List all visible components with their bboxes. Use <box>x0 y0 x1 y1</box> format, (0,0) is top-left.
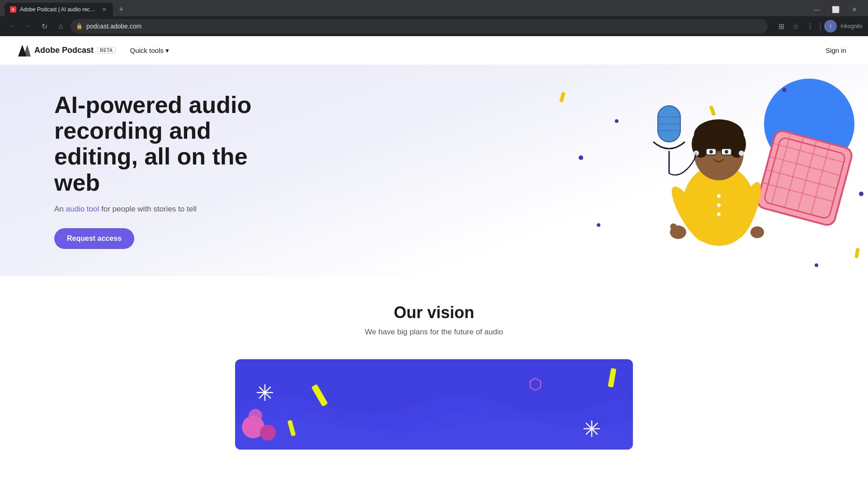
highlight-text: audio tool <box>66 205 99 213</box>
svg-point-29 <box>717 203 721 207</box>
bookmark-button[interactable]: ☆ <box>789 20 802 33</box>
svg-point-15 <box>728 131 746 158</box>
dot-2 <box>597 223 600 227</box>
pink-diamond-decoration <box>755 128 854 228</box>
svg-point-12 <box>694 126 744 180</box>
confetti-yellow-3 <box>854 248 860 258</box>
url-text: podcast.adobe.com <box>86 23 762 30</box>
vision-banner-wrapper: ✳ ✳ ⬡ <box>0 346 868 450</box>
tab-title: Adobe Podcast | AI audio recor... <box>20 6 97 13</box>
svg-line-8 <box>798 141 816 211</box>
svg-point-19 <box>725 150 728 154</box>
svg-point-28 <box>717 194 721 198</box>
chevron-down-icon: ▾ <box>165 47 169 55</box>
hero-section: AI-powered audio recording and editing, … <box>0 65 868 276</box>
vision-banner: ✳ ✳ ⬡ <box>235 359 633 450</box>
forward-button[interactable]: → <box>22 20 34 33</box>
window-controls: — ⬜ ✕ <box>807 3 863 16</box>
address-bar-row: ← → ↻ ⌂ 🔒 podcast.adobe.com ⊞ ☆ ⋮ I Inko… <box>0 16 868 36</box>
svg-point-30 <box>717 212 721 216</box>
svg-point-23 <box>666 182 713 246</box>
profile-button[interactable]: I <box>824 20 837 33</box>
dot-4 <box>815 263 818 267</box>
microphone-illustration <box>642 101 696 183</box>
browser-chrome: A Adobe Podcast | AI audio recor... ✕ + … <box>0 0 868 36</box>
site-logo: Adobe Podcast BETA <box>34 46 116 55</box>
svg-rect-11 <box>712 160 726 178</box>
svg-point-27 <box>750 226 764 238</box>
svg-line-7 <box>785 137 803 207</box>
minimize-button[interactable]: — <box>807 3 826 16</box>
active-tab[interactable]: A Adobe Podcast | AI audio recor... ✕ <box>5 3 113 16</box>
vision-title: Our vision <box>18 303 850 322</box>
pink-circle-2 <box>260 425 276 441</box>
hexagon-icon: ⬡ <box>528 375 542 393</box>
new-tab-button[interactable]: + <box>115 3 127 16</box>
person-illustration <box>651 70 787 259</box>
svg-point-24 <box>670 225 686 239</box>
svg-point-21 <box>693 150 699 156</box>
svg-rect-25 <box>670 222 680 236</box>
svg-point-14 <box>692 131 710 158</box>
site-header: Adobe Podcast BETA Quick tools ▾ Sign in <box>0 36 868 65</box>
address-bar[interactable]: 🔒 podcast.adobe.com <box>71 19 768 33</box>
hero-subtitle: An audio tool for people with stories to… <box>54 205 253 214</box>
request-access-button[interactable]: Request access <box>54 228 134 249</box>
beta-badge: BETA <box>97 47 115 54</box>
svg-rect-31 <box>658 106 680 142</box>
svg-point-26 <box>731 179 766 240</box>
confetti-yellow-1 <box>559 92 565 102</box>
svg-line-6 <box>772 134 790 204</box>
quick-tools-button[interactable]: Quick tools ▾ <box>127 45 173 56</box>
back-button[interactable]: ← <box>5 20 18 33</box>
hero-illustration <box>552 65 868 276</box>
svg-point-13 <box>694 119 744 151</box>
confetti-yellow-2 <box>709 105 716 116</box>
site-name: Adobe Podcast <box>34 46 94 55</box>
quick-tools-label: Quick tools <box>130 47 164 54</box>
home-button[interactable]: ⌂ <box>54 20 67 33</box>
vision-section: Our vision We have big plans for the fut… <box>0 276 868 346</box>
close-button[interactable]: ✕ <box>845 3 863 16</box>
svg-line-2 <box>774 144 844 162</box>
dot-6 <box>782 88 787 92</box>
banner-wave <box>235 359 633 450</box>
svg-rect-16 <box>706 149 716 155</box>
svg-point-22 <box>739 150 744 156</box>
svg-line-9 <box>811 145 830 215</box>
refresh-button[interactable]: ↻ <box>38 20 51 33</box>
sign-in-button[interactable]: Sign in <box>822 45 850 56</box>
svg-rect-17 <box>722 149 731 155</box>
star-icon-2: ✳ <box>582 418 601 441</box>
adobe-logo <box>18 44 31 57</box>
extensions-button[interactable]: ⊞ <box>775 20 788 33</box>
tab-close-button[interactable]: ✕ <box>100 6 108 13</box>
vision-subtitle: We have big plans for the future of audi… <box>18 328 850 337</box>
profile-label: Inkognito <box>840 23 863 29</box>
hero-title: AI-powered audio recording and editing, … <box>54 92 253 196</box>
tab-bar: A Adobe Podcast | AI audio recor... ✕ + … <box>0 0 868 16</box>
svg-line-5 <box>763 183 833 202</box>
svg-line-4 <box>767 170 837 188</box>
svg-point-10 <box>683 164 755 246</box>
svg-point-18 <box>709 150 713 154</box>
dot-3 <box>859 192 863 196</box>
star-icon-1: ✳ <box>255 382 274 404</box>
tab-favicon: A <box>10 6 16 13</box>
divider <box>820 22 821 31</box>
blue-circle-decoration <box>764 79 854 169</box>
sign-in-label: Sign in <box>826 47 846 54</box>
hero-content: AI-powered audio recording and editing, … <box>0 65 271 276</box>
svg-line-3 <box>770 157 840 175</box>
browser-actions: ⊞ ☆ ⋮ I Inkognito <box>775 20 863 33</box>
maximize-button[interactable]: ⬜ <box>826 3 844 16</box>
pink-circle-3 <box>249 409 262 422</box>
request-access-label: Request access <box>67 235 122 242</box>
dot-1 <box>579 155 583 160</box>
dot-5 <box>615 119 618 123</box>
settings-button[interactable]: ⋮ <box>804 20 816 33</box>
lock-icon: 🔒 <box>76 23 83 29</box>
